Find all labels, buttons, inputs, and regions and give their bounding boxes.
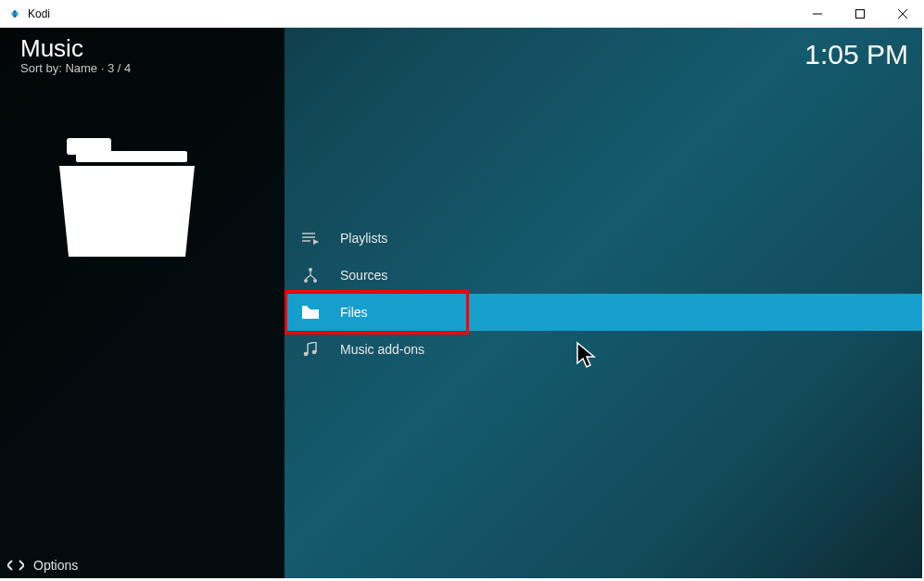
- options-bar[interactable]: Options: [0, 552, 285, 578]
- close-button[interactable]: [881, 0, 924, 28]
- left-panel: Music Sort by: Name · 3 / 4 Options: [0, 28, 285, 578]
- music-addons-icon: [301, 342, 320, 357]
- options-label: Options: [33, 558, 78, 573]
- kodi-app: Music Sort by: Name · 3 / 4 Options 1:05…: [0, 28, 922, 578]
- svg-rect-18: [302, 306, 308, 309]
- folder-icon: [301, 306, 320, 319]
- menu-item-music-addons[interactable]: Music add-ons: [285, 331, 922, 368]
- menu-item-files[interactable]: Files: [285, 294, 922, 331]
- menu-list: Playlists Sources: [285, 220, 922, 368]
- section-header: Music Sort by: Name · 3 / 4: [20, 34, 131, 75]
- options-icon: [7, 559, 24, 572]
- svg-rect-8: [76, 151, 187, 162]
- menu-item-playlists[interactable]: Playlists: [285, 220, 922, 257]
- clock: 1:05 PM: [804, 39, 908, 70]
- window-title: Kodi: [28, 7, 796, 20]
- svg-point-20: [304, 352, 309, 357]
- maximize-button[interactable]: [839, 0, 881, 28]
- svg-line-17: [310, 275, 315, 279]
- kodi-logo-icon: [7, 6, 22, 21]
- svg-point-13: [304, 279, 308, 283]
- menu-item-label: Sources: [340, 268, 387, 283]
- window-titlebar: Kodi: [0, 0, 924, 28]
- svg-rect-4: [856, 10, 865, 19]
- section-title: Music: [20, 34, 131, 63]
- svg-point-14: [313, 279, 317, 283]
- menu-item-label: Music add-ons: [340, 342, 424, 357]
- minimize-button[interactable]: [796, 0, 839, 28]
- playlist-icon: [301, 232, 320, 245]
- sort-info: Sort by: Name · 3 / 4: [20, 61, 131, 75]
- svg-line-16: [306, 275, 310, 279]
- large-folder-icon: [57, 134, 196, 263]
- menu-item-label: Files: [340, 305, 368, 320]
- menu-item-label: Playlists: [340, 231, 387, 246]
- menu-item-sources[interactable]: Sources: [285, 257, 922, 294]
- sources-icon: [301, 267, 320, 284]
- window-controls: [796, 0, 924, 27]
- svg-point-21: [312, 350, 317, 355]
- svg-point-12: [309, 268, 312, 272]
